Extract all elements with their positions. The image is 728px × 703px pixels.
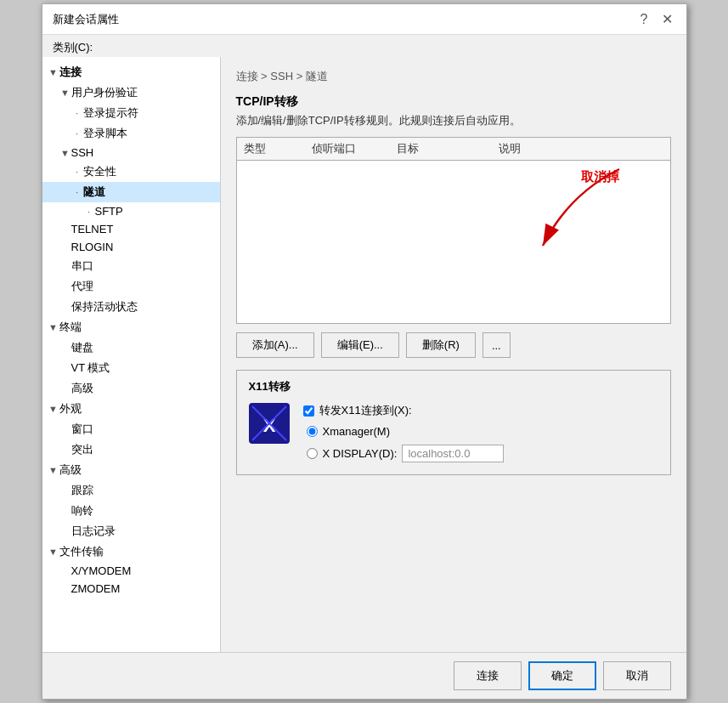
tree-item-appearance[interactable]: ▼外观 <box>42 399 220 419</box>
connect-button[interactable]: 连接 <box>454 661 522 690</box>
tree-item-window[interactable]: 窗口 <box>42 419 220 439</box>
tree-item-vt_mode[interactable]: VT 模式 <box>42 358 220 378</box>
add-button[interactable]: 添加(A)... <box>236 332 314 358</box>
tree-item-rlogin[interactable]: RLOGIN <box>42 238 220 256</box>
tcp-buttons: 添加(A)... 编辑(E)... 删除(R) ... <box>236 332 671 358</box>
tree-item-telnet[interactable]: TELNET <box>42 220 220 238</box>
tree-item-label: 日志记录 <box>71 524 116 539</box>
tree-item-label: 代理 <box>71 279 93 294</box>
help-button[interactable]: ? <box>637 13 652 26</box>
forward-x11-label: 转发X11连接到(X): <box>319 403 412 418</box>
display-input[interactable] <box>402 445 504 462</box>
tree-item-tunnel[interactable]: ·隧道 <box>42 182 220 202</box>
tree-item-login_prompt[interactable]: ·登录提示符 <box>42 103 220 123</box>
tree-item-label: SFTP <box>95 205 123 218</box>
x11-options: 转发X11连接到(X): Xmanager(M) X DISPLAY(D): <box>303 403 505 462</box>
tcp-table: 类型 侦听端口 目标 说明 取消掉 <box>236 137 671 324</box>
expand-icon: · <box>71 187 83 197</box>
tree-item-advanced[interactable]: 高级 <box>42 378 220 399</box>
annotation-area: 取消掉 <box>237 161 670 280</box>
forward-x11-checkbox[interactable] <box>303 405 314 417</box>
tree-item-tracking[interactable]: 跟踪 <box>42 480 220 501</box>
col-desc: 说明 <box>499 141 663 156</box>
expand-icon: · <box>71 108 83 118</box>
bottom-bar: 连接 确定 取消 <box>42 652 686 699</box>
tree-item-label: 用户身份验证 <box>71 85 138 100</box>
tree-item-connection[interactable]: ▼连接 <box>42 62 220 82</box>
main-dialog: 新建会话属性 ? ✕ 类别(C): ▼连接▼用户身份验证·登录提示符·登录脚本▼… <box>42 3 687 700</box>
tree-item-label: 窗口 <box>71 422 93 437</box>
tree-item-label: ZMODEM <box>71 582 121 595</box>
col-target: 目标 <box>397 141 499 156</box>
more-button[interactable]: ... <box>483 332 511 358</box>
x11-icon: X <box>249 403 290 444</box>
right-panel: 连接 > SSH > 隧道 TCP/IP转移 添加/编辑/删除TCP/IP转移规… <box>221 57 686 652</box>
close-button[interactable]: ✕ <box>658 13 676 26</box>
tree-item-xymodem[interactable]: X/YMODEM <box>42 562 220 580</box>
tree-item-keyboard[interactable]: 键盘 <box>42 337 220 358</box>
tree-item-log[interactable]: 日志记录 <box>42 521 220 541</box>
x11-section: X11转移 X 转 <box>236 370 671 475</box>
xdisplay-label: X DISPLAY(D): <box>323 447 398 460</box>
col-type: 类型 <box>244 141 312 156</box>
tree-item-auth[interactable]: ▼用户身份验证 <box>42 82 220 103</box>
xmanager-radio[interactable] <box>307 426 318 437</box>
tree-item-label: 隧道 <box>83 184 105 200</box>
tree-item-label: SSH <box>71 146 94 159</box>
tree-item-serial[interactable]: 串口 <box>42 256 220 276</box>
tcp-section-desc: 添加/编辑/删除TCP/IP转移规则。此规则连接后自动应用。 <box>236 113 671 128</box>
tree-item-label: TELNET <box>71 223 114 235</box>
dialog-body: ▼连接▼用户身份验证·登录提示符·登录脚本▼SSH·安全性·隧道·SFTP TE… <box>42 57 686 652</box>
tree-item-label: 文件传输 <box>59 544 104 559</box>
tree-item-label: 连接 <box>59 65 82 80</box>
delete-button[interactable]: 删除(R) <box>406 332 476 358</box>
tree-item-ssh[interactable]: ▼SSH <box>42 144 220 162</box>
col-port: 侦听端口 <box>312 141 397 156</box>
tree-item-login_script[interactable]: ·登录脚本 <box>42 123 220 144</box>
expand-icon: ▼ <box>48 547 59 557</box>
dialog-title: 新建会话属性 <box>53 12 119 27</box>
tree-item-advanced2[interactable]: ▼高级 <box>42 460 220 480</box>
xmanager-radio-row: Xmanager(M) <box>303 425 505 438</box>
tree-item-file_transfer[interactable]: ▼文件传输 <box>42 541 220 562</box>
x11-logo-icon: X <box>249 403 290 444</box>
tree-item-label: 串口 <box>71 258 93 274</box>
title-bar-controls: ? ✕ <box>637 13 676 26</box>
expand-icon: ▼ <box>48 404 59 414</box>
tree-item-proxy[interactable]: 代理 <box>42 276 220 297</box>
tree-item-zmodem[interactable]: ZMODEM <box>42 580 220 598</box>
tree-item-sftp[interactable]: ·SFTP <box>42 202 220 220</box>
tree-item-label: RLOGIN <box>71 241 114 253</box>
x11-section-title: X11转移 <box>249 379 658 394</box>
xdisplay-radio-row: X DISPLAY(D): <box>303 445 505 462</box>
ok-button[interactable]: 确定 <box>528 661 596 690</box>
x11-content: X 转发X11连接到(X): Xmanager(M) <box>249 403 658 462</box>
tree-item-label: 突出 <box>71 442 93 457</box>
tree-item-label: 保持活动状态 <box>71 299 138 315</box>
title-bar: 新建会话属性 ? ✕ <box>42 4 686 35</box>
expand-icon: ▼ <box>59 148 71 158</box>
tree-item-label: 高级 <box>71 381 93 396</box>
category-label: 类别(C): <box>42 35 686 57</box>
tree-item-keepalive[interactable]: 保持活动状态 <box>42 297 220 317</box>
tree-item-label: 登录提示符 <box>83 105 138 121</box>
left-panel: ▼连接▼用户身份验证·登录提示符·登录脚本▼SSH·安全性·隧道·SFTP TE… <box>42 57 221 652</box>
edit-button[interactable]: 编辑(E)... <box>321 332 399 358</box>
tree-item-label: 登录脚本 <box>83 126 127 141</box>
expand-icon: ▼ <box>48 465 59 475</box>
tcp-table-header: 类型 侦听端口 目标 说明 <box>237 138 670 161</box>
xdisplay-radio[interactable] <box>307 448 318 459</box>
tree-item-label: 响铃 <box>71 503 93 519</box>
forward-checkbox-row: 转发X11连接到(X): <box>303 403 505 418</box>
tree-item-bell[interactable]: 响铃 <box>42 501 220 521</box>
expand-icon: · <box>71 167 83 177</box>
tree-item-terminal[interactable]: ▼终端 <box>42 317 220 337</box>
cancel-button[interactable]: 取消 <box>603 661 671 690</box>
tree-item-security[interactable]: ·安全性 <box>42 162 220 182</box>
cancel-annotation: 取消掉 <box>581 169 619 185</box>
tree-item-highlight[interactable]: 突出 <box>42 439 220 460</box>
tree-item-label: 跟踪 <box>71 483 93 498</box>
tree-item-label: 键盘 <box>71 340 93 355</box>
expand-icon: ▼ <box>48 67 59 77</box>
tree-item-label: 安全性 <box>83 164 116 179</box>
